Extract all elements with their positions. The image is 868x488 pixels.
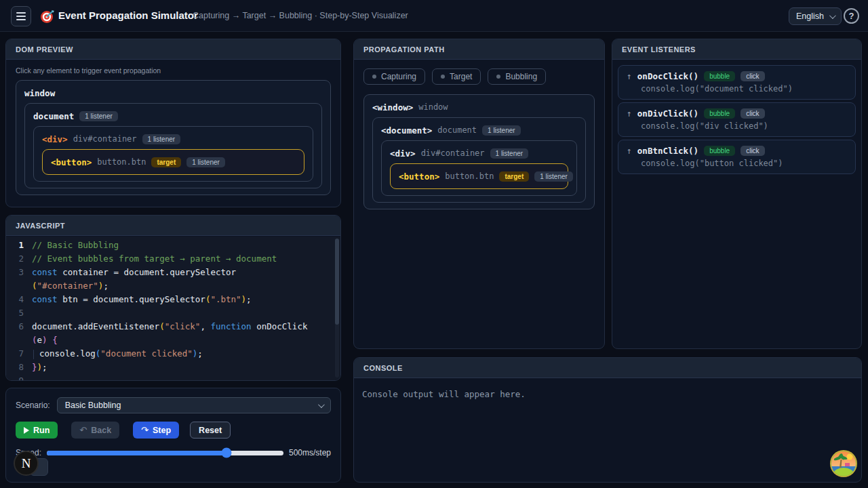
listener-count-badge: 1 listener: [142, 134, 181, 144]
event-type-badge: click: [741, 108, 764, 119]
listener-count-badge: 1 listener: [482, 125, 521, 136]
menu-button[interactable]: [11, 6, 31, 26]
target-badge: target: [151, 157, 181, 167]
arrow-up-icon: ↑: [627, 71, 632, 81]
line-number: 5: [6, 306, 32, 320]
chevron-down-icon: [318, 401, 325, 408]
propagation-path-panel: PROPAGATION PATH Capturing Target Bubbli…: [353, 39, 605, 349]
phase-dot-icon: [441, 75, 445, 79]
breadcrumb: Capturing → Target → Bubbling · Step-by-…: [193, 11, 408, 20]
slider-fill: [47, 451, 226, 455]
panel-title: DOM PREVIEW: [16, 45, 73, 54]
scrollbar-thumb[interactable]: [335, 239, 339, 325]
question-mark-icon: ?: [849, 11, 854, 21]
button-tag: <button>: [51, 157, 92, 167]
hamburger-icon: [16, 12, 26, 14]
help-button[interactable]: ?: [844, 8, 859, 24]
app-root: Event Propagation Simulator Capturing → …: [0, 0, 868, 488]
javascript-panel-header: JAVASCRIPT: [6, 216, 340, 236]
phase-chip-capturing: Capturing: [363, 68, 425, 85]
bubble-badge: bubble: [704, 146, 735, 156]
path-node-div: <div> div#container 1 listener <button> …: [381, 140, 577, 196]
event-type-badge: click: [741, 71, 764, 81]
top-header: Event Propagation Simulator Capturing → …: [0, 0, 868, 32]
listener-name: onDocClick(): [637, 71, 698, 81]
redo-icon: ↷: [141, 425, 149, 435]
dom-preview-hint: Click any element to trigger event propa…: [16, 66, 331, 75]
dom-node-div[interactable]: <div> div#container 1 listener <button> …: [33, 126, 313, 182]
code-line: 2// Event bubbles from target → parent →…: [6, 252, 340, 266]
line-number: 3: [6, 266, 32, 279]
line-number: 6: [6, 320, 32, 333]
path-node-button: <button> button.btn target 1 listener: [390, 163, 568, 189]
code-scrollbar[interactable]: [335, 239, 339, 378]
play-icon: [24, 427, 29, 434]
javascript-panel: JAVASCRIPT 1// Basic Bubbling2// Event b…: [5, 215, 341, 381]
reset-button[interactable]: Reset: [190, 422, 231, 439]
run-button[interactable]: Run: [16, 422, 58, 439]
button-meta: button.btn: [97, 157, 146, 167]
undo-icon: ↶: [79, 425, 87, 435]
line-number: 8: [6, 361, 32, 374]
div-tag: <div>: [390, 148, 416, 159]
path-node-document: <document> document 1 listener <div> div…: [372, 117, 586, 203]
console-panel: CONSOLE Console output will appear here.: [353, 357, 862, 483]
listener-card: ↑ onBtnClick() bubble click console.log(…: [618, 140, 856, 174]
console-placeholder: Console output will appear here.: [362, 389, 853, 399]
window-tag: window: [24, 88, 55, 98]
dom-node-window[interactable]: window document 1 listener <div> div#con…: [16, 80, 331, 195]
speed-slider[interactable]: [47, 451, 283, 455]
listener-card: ↑ onDocClick() bubble click console.log(…: [618, 65, 856, 100]
controls-panel: Scenario: Basic Bubbling Run ↶ Back ↷ St…: [5, 388, 341, 483]
code-editor[interactable]: 1// Basic Bubbling2// Event bubbles from…: [6, 237, 340, 380]
island-widget-button[interactable]: [829, 449, 859, 479]
code-line: 5: [6, 306, 340, 320]
code-line: 7console.log("document clicked");: [6, 347, 340, 361]
listener-card: ↑ onDivClick() bubble click console.log(…: [618, 102, 856, 137]
phase-dot-icon: [372, 75, 376, 79]
listener-name: onDivClick(): [637, 108, 698, 119]
window-meta: window: [418, 102, 448, 112]
line-number: 9: [6, 374, 32, 380]
line-number: [6, 333, 32, 347]
bubble-badge: bubble: [704, 108, 735, 119]
step-button[interactable]: ↷ Step: [133, 422, 179, 439]
chevron-down-icon: [829, 12, 836, 19]
event-type-badge: click: [741, 146, 764, 156]
line-number: [6, 279, 32, 293]
code-line: ("#container");: [6, 279, 340, 293]
panel-title: EVENT LISTENERS: [622, 45, 696, 54]
language-selector[interactable]: English: [789, 7, 842, 25]
dom-preview-panel-header: DOM PREVIEW: [6, 39, 340, 60]
event-listeners-panel: EVENT LISTENERS ↑ onDocClick() bubble cl…: [612, 39, 862, 349]
code-line: 6document.addEventListener("click", func…: [6, 320, 340, 333]
phase-chip-bubbling: Bubbling: [488, 68, 546, 85]
propagation-path-panel-header: PROPAGATION PATH: [354, 39, 604, 60]
phase-dot-icon: [496, 75, 500, 79]
back-button[interactable]: ↶ Back: [71, 422, 119, 439]
scenario-select[interactable]: Basic Bubbling: [57, 397, 331, 413]
scenario-label: Scenario:: [16, 401, 50, 410]
line-number: 2: [6, 252, 32, 266]
dom-node-button[interactable]: <button> button.btn target 1 listener: [42, 149, 304, 175]
dom-node-document[interactable]: document 1 listener <div> div#container …: [24, 103, 322, 188]
code-line: 3const container = document.querySelecto…: [6, 266, 340, 279]
panel-title: PROPAGATION PATH: [363, 45, 445, 54]
scenario-selected-value: Basic Bubbling: [65, 401, 121, 410]
indent-guide: [33, 350, 34, 359]
code-line: 8});: [6, 361, 340, 374]
slider-thumb[interactable]: [222, 448, 232, 458]
listener-code: console.log("div clicked"): [641, 121, 847, 131]
line-number: 7: [6, 347, 32, 361]
code-line: (e) {: [6, 333, 340, 347]
listener-code: console.log("button clicked"): [641, 159, 847, 168]
app-title: Event Propagation Simulator: [58, 9, 198, 21]
code-line: 1// Basic Bubbling: [6, 239, 340, 252]
arrow-up-icon: ↑: [627, 108, 632, 119]
n-overlay-badge[interactable]: N: [14, 451, 39, 476]
target-badge: target: [499, 171, 529, 182]
code-line: 9: [6, 374, 340, 380]
dom-preview-panel: DOM PREVIEW Click any element to trigger…: [5, 39, 341, 207]
document-tag: document: [33, 111, 74, 121]
listener-count-badge: 1 listener: [79, 111, 118, 121]
